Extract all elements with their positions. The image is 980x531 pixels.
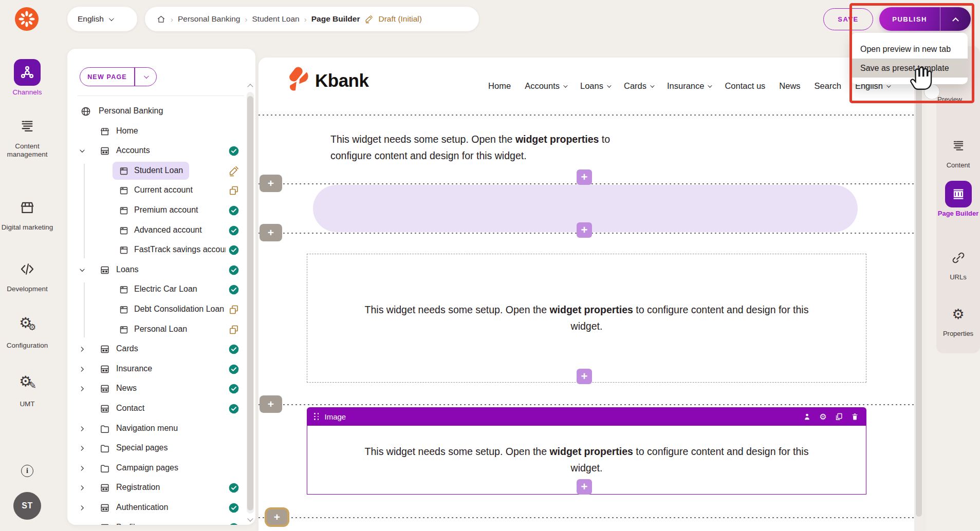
tree-item-navigation-menu[interactable]: Navigation menu bbox=[67, 419, 255, 439]
save-button[interactable]: SAVE bbox=[823, 8, 873, 30]
breadcrumb-item-personal-banking[interactable]: Personal Banking bbox=[178, 14, 241, 24]
tree-item-personal-loan[interactable]: Personal Loan bbox=[67, 320, 255, 339]
chevron-down-icon[interactable] bbox=[78, 146, 87, 156]
copy-widget-button[interactable] bbox=[835, 412, 843, 421]
chevron-right-icon[interactable] bbox=[78, 345, 87, 354]
kentico-logo-icon[interactable] bbox=[14, 7, 39, 31]
add-section-button[interactable]: + bbox=[260, 395, 282, 413]
section-icon bbox=[99, 383, 110, 394]
published-status-icon bbox=[228, 344, 239, 355]
chevron-right-icon[interactable] bbox=[78, 483, 87, 492]
rail-item-configuration[interactable]: ⚙⚙Configuration bbox=[0, 312, 54, 350]
chevron-down-icon bbox=[109, 16, 114, 21]
chevron-right-icon[interactable] bbox=[78, 384, 87, 393]
new-page-menu-toggle[interactable] bbox=[135, 75, 156, 79]
mode-tab-content[interactable]: Content bbox=[936, 132, 980, 169]
site-nav-insurance[interactable]: Insurance bbox=[667, 81, 711, 91]
home-icon[interactable] bbox=[156, 14, 166, 24]
site-nav-search[interactable]: Search bbox=[815, 81, 841, 91]
rail-item-channels[interactable]: Channels bbox=[0, 59, 54, 97]
chevron-down-icon[interactable] bbox=[78, 266, 87, 275]
widget-header[interactable]: Image ⚙ bbox=[307, 407, 866, 426]
tree-item-special-pages[interactable]: Special pages bbox=[67, 439, 255, 458]
rail-item-development[interactable]: Development bbox=[0, 256, 54, 293]
tree-item-cards[interactable]: Cards bbox=[67, 339, 255, 359]
page-builder-icon bbox=[945, 181, 972, 207]
site-nav-news[interactable]: News bbox=[779, 81, 800, 91]
tree-item-insurance[interactable]: Insurance bbox=[67, 359, 255, 379]
configure-widget-button[interactable]: ⚙ bbox=[819, 412, 827, 421]
menu-item-save-as-preset-template[interactable]: Save as preset template bbox=[851, 59, 968, 78]
add-widget-button[interactable]: + bbox=[577, 222, 592, 238]
tree-item-label: Accounts bbox=[116, 146, 224, 155]
rail-item-digital-marketing[interactable]: Digital marketing bbox=[0, 194, 54, 232]
scroll-down-icon[interactable] bbox=[247, 516, 253, 521]
tree-item-advanced-account[interactable]: Advanced account bbox=[67, 221, 255, 240]
content-list-icon bbox=[14, 113, 41, 140]
tree-item-current-account[interactable]: Current account bbox=[67, 181, 255, 200]
chevron-right-icon[interactable] bbox=[78, 365, 87, 374]
add-widget-button[interactable]: + bbox=[577, 479, 592, 495]
section-icon bbox=[99, 522, 110, 525]
rail-item-umt[interactable]: ⚙✎UMT bbox=[0, 371, 54, 408]
tree-item-authentication[interactable]: Authentication bbox=[67, 498, 255, 518]
drag-handle-icon[interactable] bbox=[314, 413, 320, 420]
mode-tab-properties[interactable]: ⚙Properties bbox=[936, 301, 980, 337]
site-nav-home[interactable]: Home bbox=[488, 81, 511, 91]
tree-item-contact[interactable]: Contact bbox=[67, 399, 255, 419]
chevron-right-icon[interactable] bbox=[78, 464, 87, 473]
chevron-right-icon[interactable] bbox=[78, 444, 87, 453]
publish-menu-toggle[interactable] bbox=[940, 17, 971, 22]
site-nav-loans[interactable]: Loans bbox=[580, 81, 610, 91]
tree-item-home[interactable]: Home bbox=[67, 122, 255, 141]
tree-item-debt-consolidation-loan[interactable]: Debt Consolidation Loan bbox=[67, 300, 255, 319]
site-nav-accounts[interactable]: Accounts bbox=[525, 81, 566, 91]
published-status-icon bbox=[228, 205, 239, 216]
breadcrumb-item-student-loan[interactable]: Student Loan bbox=[252, 14, 300, 24]
site-nav-cards[interactable]: Cards bbox=[624, 81, 653, 91]
tree-item-accounts[interactable]: Accounts bbox=[67, 141, 255, 161]
language-selector[interactable]: English bbox=[67, 7, 137, 31]
site-nav-contact-us[interactable]: Contact us bbox=[725, 81, 765, 91]
published-status-icon bbox=[228, 502, 239, 514]
site-logo[interactable]: Kbank bbox=[285, 67, 368, 94]
user-avatar[interactable]: ST bbox=[0, 492, 54, 520]
rail-item-content-management[interactable]: Content management bbox=[0, 113, 54, 159]
tree-item-profile[interactable]: Profile bbox=[67, 518, 255, 525]
info-icon: i bbox=[21, 465, 33, 477]
add-section-button[interactable]: + bbox=[260, 224, 282, 241]
tree-item-electric-car-loan[interactable]: Electric Car Loan bbox=[67, 280, 255, 299]
tree-item-news[interactable]: News bbox=[67, 379, 255, 399]
scroll-up-icon[interactable] bbox=[247, 84, 253, 89]
add-section-button[interactable]: + bbox=[260, 175, 282, 192]
tree-item-student-loan[interactable]: Student Loan bbox=[67, 161, 255, 181]
canvas-scrollbar[interactable] bbox=[914, 58, 923, 531]
widget-title: Image bbox=[325, 412, 346, 421]
chevron-right-icon[interactable] bbox=[78, 424, 87, 433]
tree-scrollbar[interactable] bbox=[247, 83, 254, 523]
add-widget-button[interactable]: + bbox=[577, 369, 592, 384]
tree-item-fasttrack-savings-account[interactable]: FastTrack savings account bbox=[67, 240, 255, 260]
tree-item-premium-account[interactable]: Premium account bbox=[67, 201, 255, 220]
menu-item-open-preview-in-new-tab[interactable]: Open preview in new tab bbox=[851, 40, 968, 59]
mode-tab-page-builder[interactable]: Page Builder bbox=[936, 181, 980, 217]
published-status-icon bbox=[228, 482, 239, 494]
mode-tab-urls[interactable]: URLs bbox=[936, 244, 980, 281]
add-section-button-active[interactable]: + bbox=[267, 509, 287, 525]
scrollbar-thumb[interactable] bbox=[247, 96, 253, 510]
scrollbar-thumb[interactable] bbox=[916, 63, 922, 517]
new-page-button[interactable]: NEW PAGE bbox=[80, 67, 157, 86]
unconfigured-widget[interactable]: This widget needs some setup. Open the w… bbox=[307, 254, 866, 383]
personalize-widget-button[interactable] bbox=[803, 412, 811, 421]
tree-item-registration[interactable]: Registration bbox=[67, 478, 255, 498]
help-button[interactable]: i bbox=[0, 465, 54, 477]
tree-item-campaign-pages[interactable]: Campaign pages bbox=[67, 459, 255, 478]
tree-item-personal-banking[interactable]: Personal Banking bbox=[67, 102, 255, 121]
chevron-right-icon[interactable] bbox=[78, 503, 87, 513]
tree-item-loans[interactable]: Loans bbox=[67, 260, 255, 280]
tree-item-label: Student Loan bbox=[134, 166, 226, 175]
add-widget-button[interactable]: + bbox=[577, 169, 592, 185]
tree-item-label: Authentication bbox=[116, 503, 224, 512]
publish-button[interactable]: PUBLISH bbox=[879, 7, 971, 31]
delete-widget-button[interactable] bbox=[850, 412, 859, 421]
